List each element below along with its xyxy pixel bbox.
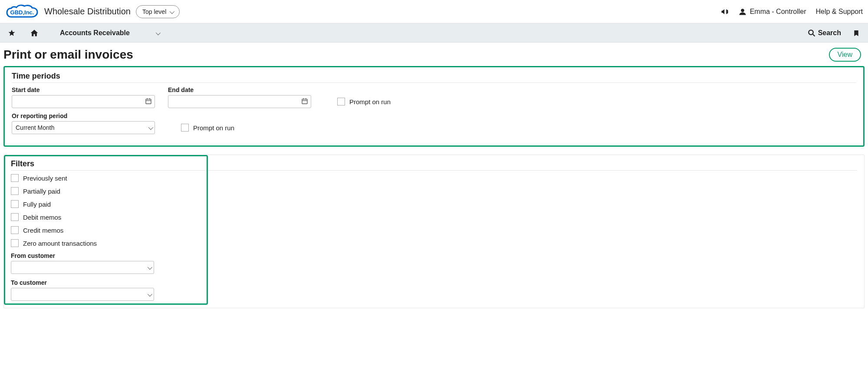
filter-credit-memos-label: Credit memos bbox=[23, 227, 63, 234]
content-area: Time periods Start date End date bbox=[0, 66, 868, 320]
favorites-button[interactable] bbox=[4, 26, 19, 40]
filter-fully-paid-checkbox[interactable] bbox=[11, 200, 19, 208]
filter-partially-paid[interactable]: Partially paid bbox=[11, 187, 857, 195]
chevron-down-icon bbox=[148, 124, 152, 131]
to-customer-label: To customer bbox=[11, 279, 857, 286]
svg-point-1 bbox=[741, 9, 744, 12]
filters-section: Filters Previously sent Partially paid F… bbox=[3, 155, 865, 308]
entity-level-label: Top level bbox=[142, 8, 166, 15]
from-customer-select[interactable] bbox=[11, 261, 154, 274]
filter-debit-memos-checkbox[interactable] bbox=[11, 213, 19, 221]
bookmark-button[interactable] bbox=[849, 26, 864, 40]
navbar-right: Search bbox=[808, 26, 864, 40]
filter-zero-amount[interactable]: Zero amount transactions bbox=[11, 239, 857, 247]
chevron-down-icon bbox=[148, 264, 151, 271]
search-label: Search bbox=[818, 29, 841, 37]
end-date-input[interactable] bbox=[171, 96, 301, 108]
help-support-link[interactable]: Help & Support bbox=[815, 8, 863, 16]
reporting-period-label: Or reporting period bbox=[12, 112, 155, 119]
topbar: GBD,Inc. Wholesale Distribution Top leve… bbox=[0, 0, 868, 23]
to-customer-select[interactable] bbox=[11, 288, 154, 301]
chevron-down-icon bbox=[170, 8, 173, 15]
prompt-on-run-dates-checkbox[interactable] bbox=[337, 98, 345, 105]
svg-point-2 bbox=[809, 30, 813, 35]
start-date-label: Start date bbox=[12, 86, 155, 93]
filter-credit-memos-checkbox[interactable] bbox=[11, 226, 19, 234]
search-button[interactable]: Search bbox=[808, 29, 841, 37]
company-logo: GBD,Inc. bbox=[5, 4, 39, 20]
filter-credit-memos[interactable]: Credit memos bbox=[11, 226, 857, 234]
svg-line-3 bbox=[813, 34, 815, 36]
filter-fully-paid-label: Fully paid bbox=[23, 201, 51, 208]
reporting-period-select[interactable]: Current Month bbox=[12, 121, 155, 134]
svg-rect-8 bbox=[302, 99, 307, 104]
filter-previously-sent-checkbox[interactable] bbox=[11, 174, 19, 182]
start-date-input-wrap[interactable] bbox=[12, 95, 155, 108]
filter-previously-sent[interactable]: Previously sent bbox=[11, 174, 857, 182]
start-date-field: Start date bbox=[12, 86, 155, 108]
from-customer-field: From customer bbox=[11, 252, 857, 274]
chevron-down-icon bbox=[156, 29, 159, 37]
page-header: Print or email invoices View bbox=[0, 43, 868, 66]
module-label: Accounts Receivable bbox=[60, 29, 130, 37]
prompt-on-run-dates-label: Prompt on run bbox=[349, 98, 391, 105]
user-name-label: Emma - Controller bbox=[750, 8, 806, 16]
time-periods-section: Time periods Start date End date bbox=[3, 66, 865, 147]
page-title: Print or email invoices bbox=[3, 48, 133, 62]
time-periods-title: Time periods bbox=[12, 72, 856, 83]
entity-level-selector[interactable]: Top level bbox=[136, 5, 180, 18]
filters-title: Filters bbox=[11, 159, 857, 171]
filter-partially-paid-label: Partially paid bbox=[23, 188, 60, 195]
topbar-right: Emma - Controller Help & Support bbox=[720, 7, 863, 16]
filter-zero-amount-checkbox[interactable] bbox=[11, 239, 19, 247]
prompt-on-run-period[interactable]: Prompt on run bbox=[181, 121, 234, 134]
view-button[interactable]: View bbox=[829, 48, 861, 62]
prompt-on-run-period-checkbox[interactable] bbox=[181, 124, 189, 132]
prompt-on-run-period-label: Prompt on run bbox=[193, 124, 234, 132]
reporting-period-value: Current Month bbox=[15, 124, 148, 131]
start-date-input[interactable] bbox=[15, 96, 145, 108]
end-date-field: End date bbox=[168, 86, 311, 108]
from-customer-label: From customer bbox=[11, 252, 857, 259]
filter-partially-paid-checkbox[interactable] bbox=[11, 187, 19, 195]
filter-previously-sent-label: Previously sent bbox=[23, 175, 67, 182]
user-icon bbox=[739, 8, 746, 16]
to-customer-field: To customer bbox=[11, 279, 857, 301]
end-date-input-wrap[interactable] bbox=[168, 95, 311, 108]
svg-rect-4 bbox=[146, 99, 151, 104]
announcements-icon[interactable] bbox=[720, 7, 729, 16]
calendar-icon[interactable] bbox=[301, 98, 308, 106]
end-date-label: End date bbox=[168, 86, 311, 93]
calendar-icon[interactable] bbox=[145, 98, 152, 106]
filter-checkbox-list: Previously sent Partially paid Fully pai… bbox=[11, 174, 857, 247]
company-name: Wholesale Distribution bbox=[44, 7, 131, 16]
module-selector[interactable]: Accounts Receivable bbox=[52, 29, 167, 37]
reporting-period-field: Or reporting period Current Month bbox=[12, 112, 155, 134]
user-menu[interactable]: Emma - Controller bbox=[739, 8, 806, 16]
filter-debit-memos-label: Debit memos bbox=[23, 214, 61, 221]
filter-fully-paid[interactable]: Fully paid bbox=[11, 200, 857, 208]
filter-zero-amount-label: Zero amount transactions bbox=[23, 240, 97, 247]
prompt-on-run-dates[interactable]: Prompt on run bbox=[337, 95, 391, 108]
svg-text:GBD,Inc.: GBD,Inc. bbox=[10, 9, 34, 16]
navbar: Accounts Receivable Search bbox=[0, 23, 868, 43]
chevron-down-icon bbox=[148, 291, 151, 298]
home-button[interactable] bbox=[27, 26, 42, 40]
filter-debit-memos[interactable]: Debit memos bbox=[11, 213, 857, 221]
